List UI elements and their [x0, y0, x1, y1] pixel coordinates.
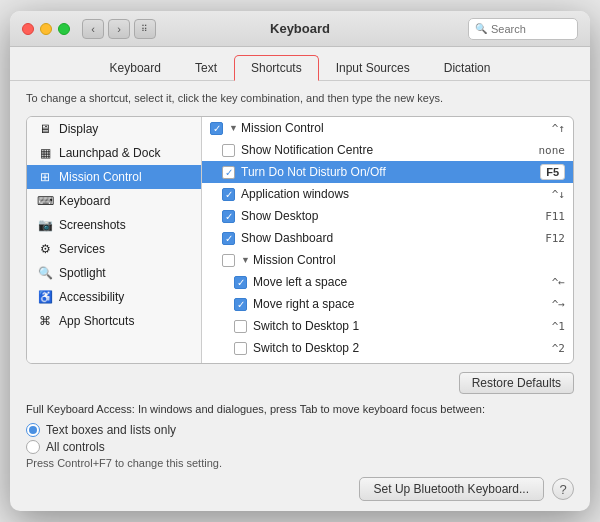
tab-shortcuts[interactable]: Shortcuts	[234, 55, 319, 81]
grid-button[interactable]: ⠿	[134, 19, 156, 39]
description-text: To change a shortcut, select it, click t…	[26, 91, 574, 106]
sidebar-item-accessibility[interactable]: ♿ Accessibility	[27, 285, 201, 309]
footer-bar: Set Up Bluetooth Keyboard... ?	[26, 469, 574, 501]
window-title: Keyboard	[270, 21, 330, 36]
shortcut-row-move-left[interactable]: ✓ Move left a space ^←	[202, 271, 573, 293]
keyboard-window: ‹ › ⠿ Keyboard 🔍 Keyboard Text Shortcuts…	[10, 11, 590, 511]
search-box[interactable]: 🔍	[468, 18, 578, 40]
shortcut-row-show-notification[interactable]: Show Notification Centre none	[202, 139, 573, 161]
label-desktop-2: Switch to Desktop 2	[253, 341, 552, 355]
forward-button[interactable]: ›	[108, 19, 130, 39]
tabbar: Keyboard Text Shortcuts Input Sources Di…	[10, 47, 590, 81]
label-mission-control-group: Mission Control	[241, 121, 552, 135]
sidebar-item-screenshots[interactable]: 📷 Screenshots	[27, 213, 201, 237]
checkbox-app-windows[interactable]: ✓	[222, 188, 235, 201]
label-do-not-disturb: Turn Do Not Disturb On/Off	[241, 165, 540, 179]
sidebar-item-app-shortcuts[interactable]: ⌘ App Shortcuts	[27, 309, 201, 333]
label-mission-control-sub: Mission Control	[253, 253, 565, 267]
screenshots-icon: 📷	[37, 217, 53, 233]
display-icon: 🖥	[37, 121, 53, 137]
shortcut-row-show-dashboard[interactable]: ✓ Show Dashboard F12	[202, 227, 573, 249]
sidebar-label-mission-control: Mission Control	[59, 170, 142, 184]
sidebar-label-app-shortcuts: App Shortcuts	[59, 314, 134, 328]
key-desktop-1: ^1	[552, 320, 565, 333]
checkbox-show-notification[interactable]	[222, 144, 235, 157]
key-do-not-disturb: F5	[540, 164, 565, 180]
checkbox-mission-control-group[interactable]: ✓	[210, 122, 223, 135]
sidebar-label-accessibility: Accessibility	[59, 290, 124, 304]
sidebar-item-services[interactable]: ⚙ Services	[27, 237, 201, 261]
maximize-button[interactable]	[58, 23, 70, 35]
shortcut-row-move-right[interactable]: ✓ Move right a space ^→	[202, 293, 573, 315]
label-desktop-1: Switch to Desktop 1	[253, 319, 552, 333]
checkbox-move-left[interactable]: ✓	[234, 276, 247, 289]
tab-text[interactable]: Text	[178, 55, 234, 81]
sidebar-item-keyboard[interactable]: ⌨ Keyboard	[27, 189, 201, 213]
sidebar-item-mission-control[interactable]: ⊞ Mission Control	[27, 165, 201, 189]
minimize-button[interactable]	[40, 23, 52, 35]
keyboard-icon: ⌨	[37, 193, 53, 209]
sidebar-label-spotlight: Spotlight	[59, 266, 106, 280]
key-show-desktop: F11	[545, 210, 565, 223]
control-f7-hint: Press Control+F7 to change this setting.	[26, 457, 574, 469]
services-icon: ⚙	[37, 241, 53, 257]
help-button[interactable]: ?	[552, 478, 574, 500]
label-app-windows: Application windows	[241, 187, 552, 201]
checkbox-do-not-disturb[interactable]: ✓	[222, 166, 235, 179]
sidebar-label-services: Services	[59, 242, 105, 256]
label-move-right: Move right a space	[253, 297, 552, 311]
radio-text-boxes[interactable]	[26, 423, 40, 437]
keyboard-access-text: Full Keyboard Access: In windows and dia…	[26, 402, 574, 417]
checkbox-show-dashboard[interactable]: ✓	[222, 232, 235, 245]
key-show-dashboard: F12	[545, 232, 565, 245]
radio-all-controls[interactable]	[26, 440, 40, 454]
restore-defaults-button[interactable]: Restore Defaults	[459, 372, 574, 394]
key-desktop-2: ^2	[552, 342, 565, 355]
shortcut-row-show-desktop[interactable]: ✓ Show Desktop F11	[202, 205, 573, 227]
sidebar-label-screenshots: Screenshots	[59, 218, 126, 232]
checkbox-desktop-2[interactable]	[234, 342, 247, 355]
close-button[interactable]	[22, 23, 34, 35]
sidebar-item-launchpad[interactable]: ▦ Launchpad & Dock	[27, 141, 201, 165]
checkbox-show-desktop[interactable]: ✓	[222, 210, 235, 223]
radio-row-all-controls[interactable]: All controls	[26, 440, 574, 454]
key-mission-control-group: ^↑	[552, 122, 565, 135]
shortcut-row-mission-control-sub[interactable]: ▼ Mission Control	[202, 249, 573, 271]
key-app-windows: ^↓	[552, 188, 565, 201]
radio-label-text-boxes: Text boxes and lists only	[46, 423, 176, 437]
tab-input-sources[interactable]: Input Sources	[319, 55, 427, 81]
search-input[interactable]	[491, 23, 571, 35]
shortcut-row-desktop-1[interactable]: Switch to Desktop 1 ^1	[202, 315, 573, 337]
search-icon: 🔍	[475, 23, 487, 34]
triangle-mission-control-sub: ▼	[241, 255, 251, 265]
restore-defaults-row: Restore Defaults	[26, 372, 574, 394]
setup-bluetooth-button[interactable]: Set Up Bluetooth Keyboard...	[359, 477, 544, 501]
sidebar-item-spotlight[interactable]: 🔍 Spotlight	[27, 261, 201, 285]
tab-dictation[interactable]: Dictation	[427, 55, 508, 81]
shortcuts-table: ✓ ▼ Mission Control ^↑ Show Notification…	[202, 117, 573, 362]
sidebar-label-keyboard: Keyboard	[59, 194, 110, 208]
main-content: To change a shortcut, select it, click t…	[10, 81, 590, 511]
shortcut-row-app-windows[interactable]: ✓ Application windows ^↓	[202, 183, 573, 205]
shortcut-row-do-not-disturb[interactable]: ✓ Turn Do Not Disturb On/Off F5	[202, 161, 573, 183]
triangle-mission-control: ▼	[229, 123, 239, 133]
back-button[interactable]: ‹	[82, 19, 104, 39]
shortcut-row-mission-control-group[interactable]: ✓ ▼ Mission Control ^↑	[202, 117, 573, 139]
key-move-left: ^←	[552, 276, 565, 289]
sidebar: 🖥 Display ▦ Launchpad & Dock ⊞ Mission C…	[27, 117, 202, 362]
sidebar-item-display[interactable]: 🖥 Display	[27, 117, 201, 141]
checkbox-desktop-1[interactable]	[234, 320, 247, 333]
key-move-right: ^→	[552, 298, 565, 311]
spotlight-icon: 🔍	[37, 265, 53, 281]
tab-keyboard[interactable]: Keyboard	[93, 55, 178, 81]
sidebar-label-launchpad: Launchpad & Dock	[59, 146, 160, 160]
checkbox-mission-control-sub[interactable]	[222, 254, 235, 267]
radio-inner-text-boxes	[29, 426, 37, 434]
label-move-left: Move left a space	[253, 275, 552, 289]
radio-row-text-boxes[interactable]: Text boxes and lists only	[26, 423, 574, 437]
nav-buttons: ‹ ›	[82, 19, 130, 39]
traffic-lights	[22, 23, 70, 35]
label-show-dashboard: Show Dashboard	[241, 231, 545, 245]
checkbox-move-right[interactable]: ✓	[234, 298, 247, 311]
shortcut-row-desktop-2[interactable]: Switch to Desktop 2 ^2	[202, 337, 573, 359]
